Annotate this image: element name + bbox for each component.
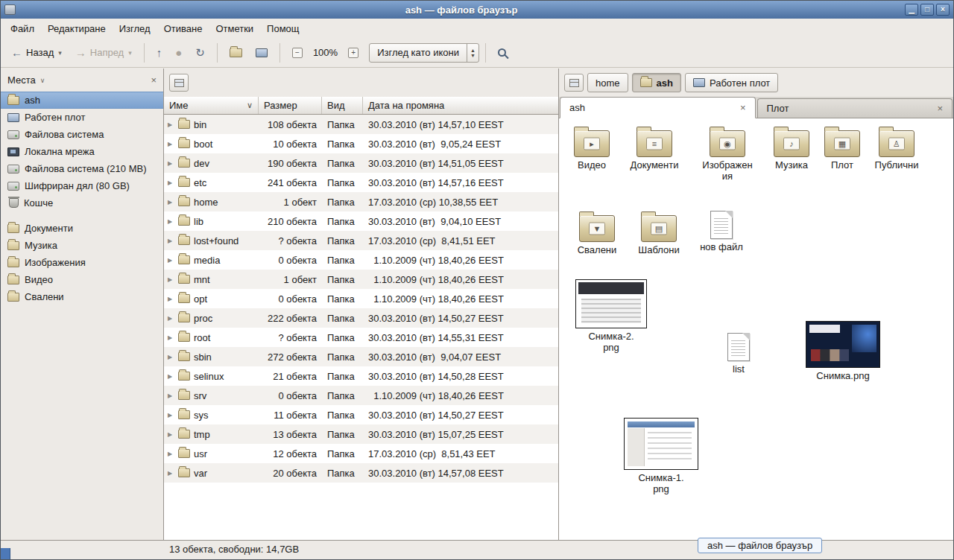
expander-icon[interactable]: ▶ xyxy=(168,257,174,264)
expander-icon[interactable]: ▶ xyxy=(168,315,174,322)
tab-close-icon[interactable]: × xyxy=(937,103,943,114)
stop-button[interactable]: ● xyxy=(169,42,188,63)
sidebar-item-Кошче[interactable]: Кошче xyxy=(1,194,163,211)
sidebar-item-Файлова система (210 MB)[interactable]: Файлова система (210 MB) xyxy=(1,160,163,177)
table-row[interactable]: ▶lost+found? обектаПапка17.03.2010 (ср) … xyxy=(164,231,558,250)
expander-icon[interactable]: ▶ xyxy=(168,412,174,419)
up-button[interactable]: ↑ xyxy=(151,42,168,63)
reload-button[interactable]: ↻ xyxy=(189,42,211,63)
back-dropdown-icon[interactable]: ▾ xyxy=(58,49,62,57)
table-row[interactable]: ▶opt0 обектаПапка 1.10.2009 (чт) 18,40,2… xyxy=(164,289,558,308)
expander-icon[interactable]: ▶ xyxy=(168,392,174,399)
sidebar-item-ash[interactable]: ash xyxy=(1,92,163,109)
icon-view[interactable]: ▸Видео≡Документи◉Изображен ия♪Музика▦Пло… xyxy=(559,118,953,540)
icon-item-Документи[interactable]: ≡Документи xyxy=(622,126,686,171)
sidebar-mode-dropdown-icon[interactable]: ∨ xyxy=(40,77,45,84)
tab-close-icon[interactable]: × xyxy=(740,102,746,113)
forward-button[interactable]: → Напред ▾ xyxy=(69,42,138,63)
icon-item-Снимка-1.-png[interactable]: Снимка-1. png xyxy=(624,418,698,494)
table-row[interactable]: ▶selinux21 обектаПапка30.03.2010 (вт) 14… xyxy=(164,366,558,386)
table-row[interactable]: ▶usr12 обектаПапка17.03.2010 (ср) 8,51,4… xyxy=(164,444,558,463)
zoom-out-button[interactable]: − xyxy=(286,43,309,63)
close-button[interactable]: × xyxy=(936,4,950,16)
location-toggle-button[interactable] xyxy=(169,74,189,92)
menu-item-2[interactable]: Изглед xyxy=(113,20,157,37)
menu-item-5[interactable]: Помощ xyxy=(260,20,306,37)
expander-icon[interactable]: ▶ xyxy=(168,179,174,186)
icon-item-Шаблони[interactable]: ▤Шаблони xyxy=(627,211,691,255)
expander-icon[interactable]: ▶ xyxy=(168,334,174,341)
expander-icon[interactable]: ▶ xyxy=(168,238,174,244)
table-row[interactable]: ▶var20 обектаПапка30.03.2010 (вт) 14,57,… xyxy=(164,463,558,483)
expander-icon[interactable]: ▶ xyxy=(168,121,174,128)
expander-icon[interactable]: ▶ xyxy=(168,470,174,477)
menu-item-0[interactable]: Файл xyxy=(4,20,41,37)
table-row[interactable]: ▶sbin272 обектаПапка30.03.2010 (вт) 9,04… xyxy=(164,347,558,366)
icon-item-Свалени[interactable]: ▼Свалени xyxy=(565,211,629,255)
pathbar-root-button[interactable] xyxy=(564,74,584,92)
icon-item-нов-файл[interactable]: нов файл xyxy=(689,209,754,252)
zoom-in-button[interactable]: + xyxy=(342,43,364,63)
sidebar-close-icon[interactable]: × xyxy=(151,74,157,86)
expander-icon[interactable]: ▶ xyxy=(168,218,174,225)
titlebar[interactable]: ash — файлов браузър ▁ □ × xyxy=(1,1,953,19)
expander-icon[interactable]: ▶ xyxy=(168,296,174,302)
icon-item-Снимка.png[interactable]: Снимка.png xyxy=(806,321,880,381)
icon-item-Снимка-2.-png[interactable]: Снимка-2. png xyxy=(575,279,647,353)
expander-icon[interactable]: ▶ xyxy=(168,160,174,167)
expander-icon[interactable]: ▶ xyxy=(168,276,174,283)
table-row[interactable]: ▶media0 обектаПапка 1.10.2009 (чт) 18,40… xyxy=(164,250,558,270)
path-button-ash[interactable]: ash xyxy=(632,73,681,92)
table-row[interactable]: ▶mnt1 обектПапка 1.10.2009 (чт) 18,40,26… xyxy=(164,270,558,289)
expander-icon[interactable]: ▶ xyxy=(168,373,174,380)
expander-icon[interactable]: ▶ xyxy=(168,451,174,457)
table-row[interactable]: ▶etc241 обектаПапка30.03.2010 (вт) 14,57… xyxy=(164,173,558,192)
sidebar-item-Локална мрежа[interactable]: Локална мрежа xyxy=(1,143,163,160)
menu-item-4[interactable]: Отметки xyxy=(209,20,260,37)
sidebar-item-Видео[interactable]: Видео xyxy=(1,271,163,288)
table-row[interactable]: ▶root? обектаПапка30.03.2010 (вт) 14,55,… xyxy=(164,328,558,347)
expander-icon[interactable]: ▶ xyxy=(168,141,174,147)
icon-item-Публични[interactable]: ♙Публични xyxy=(865,126,929,171)
sidebar-item-Документи[interactable]: Документи xyxy=(1,220,163,237)
table-row[interactable]: ▶dev190 обектаПапка30.03.2010 (вт) 14,51… xyxy=(164,153,558,173)
computer-button[interactable] xyxy=(250,44,274,62)
sidebar-item-Шифриран дял (80 GB)[interactable]: Шифриран дял (80 GB) xyxy=(1,177,163,194)
sidebar-item-Работен плот[interactable]: Работен плот xyxy=(1,109,163,126)
expander-icon[interactable]: ▶ xyxy=(168,199,174,206)
sidebar-item-Изображения[interactable]: Изображения xyxy=(1,254,163,271)
icon-item-Изображен-ия[interactable]: ◉Изображен ия xyxy=(695,126,759,182)
search-button[interactable] xyxy=(492,44,512,61)
menu-item-3[interactable]: Отиване xyxy=(157,20,209,37)
table-row[interactable]: ▶home1 обектПапка17.03.2010 (ср) 10,38,5… xyxy=(164,192,558,211)
minimize-button[interactable]: ▁ xyxy=(905,4,918,16)
column-header-0[interactable]: Име∨ xyxy=(164,97,259,114)
menu-item-1[interactable]: Редактиране xyxy=(41,20,113,37)
table-row[interactable]: ▶proc222 обектаПапка30.03.2010 (вт) 14,5… xyxy=(164,308,558,328)
table-row[interactable]: ▶lib210 обектаПапка30.03.2010 (вт) 9,04,… xyxy=(164,211,558,231)
sidebar-item-Файлова система[interactable]: Файлова система xyxy=(1,126,163,143)
icon-item-list[interactable]: list xyxy=(707,331,771,375)
maximize-button[interactable]: □ xyxy=(920,4,934,16)
icon-item-Видео[interactable]: ▸Видео xyxy=(560,126,624,171)
expander-icon[interactable]: ▶ xyxy=(168,431,174,438)
path-button-Работен плот[interactable]: Работен плот xyxy=(685,73,778,92)
view-mode-spinner-icon[interactable]: ▲▼ xyxy=(467,44,478,62)
table-row[interactable]: ▶boot10 обектаПапка30.03.2010 (вт) 9,05,… xyxy=(164,134,558,153)
view-mode-combo[interactable]: Изглед като икони ▲▼ xyxy=(369,43,479,63)
table-row[interactable]: ▶bin108 обектаПапка30.03.2010 (вт) 14,57… xyxy=(164,115,558,134)
table-row[interactable]: ▶srv0 обектаПапка 1.10.2009 (чт) 18,40,2… xyxy=(164,386,558,405)
back-button[interactable]: ← Назад ▾ xyxy=(5,42,68,63)
taskbar-window-button[interactable]: ash — файлов браузър xyxy=(698,538,822,553)
table-row[interactable]: ▶tmp13 обектаПапка30.03.2010 (вт) 15,07,… xyxy=(164,424,558,444)
column-header-2[interactable]: Вид xyxy=(322,97,363,114)
table-row[interactable]: ▶sys11 обектаПапка30.03.2010 (вт) 14,50,… xyxy=(164,405,558,424)
column-header-3[interactable]: Дата на промяна xyxy=(363,97,558,114)
tab-ash[interactable]: ash× xyxy=(560,97,756,118)
column-header-1[interactable]: Размер xyxy=(259,97,322,114)
path-button-home[interactable]: home xyxy=(587,73,628,92)
home-folder-button[interactable] xyxy=(224,44,248,62)
tab-Плот[interactable]: Плот× xyxy=(757,98,953,118)
sidebar-item-Музика[interactable]: Музика xyxy=(1,237,163,254)
sidebar-item-Свалени[interactable]: Свалени xyxy=(1,288,163,305)
